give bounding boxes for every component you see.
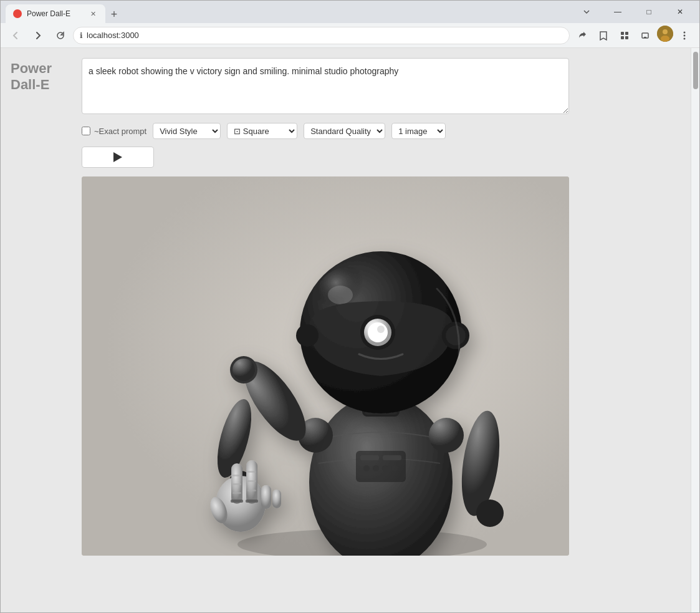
svg-rect-34: [247, 471, 256, 473]
svg-rect-5: [644, 37, 646, 38]
svg-rect-35: [247, 480, 256, 482]
svg-rect-37: [261, 485, 271, 509]
svg-point-48: [368, 322, 388, 342]
svg-point-45: [328, 286, 353, 304]
size-dropdown[interactable]: ⊡ Square ⊞ Landscape ▭ Portrait: [227, 123, 297, 139]
page-content: Power Dall-E a sleek robot showing the v…: [1, 48, 691, 612]
browser-window: Power Dall-E ✕ + — □ ✕ ℹ localhost:300: [0, 0, 700, 613]
menu-button[interactable]: [674, 26, 694, 46]
share-button[interactable]: [572, 26, 592, 46]
svg-point-59: [391, 465, 398, 471]
svg-point-42: [476, 500, 504, 527]
reload-button[interactable]: [50, 26, 70, 46]
address-bar[interactable]: ℹ localhost:3000: [73, 27, 570, 44]
tab-favicon: [13, 9, 22, 18]
svg-rect-30: [233, 475, 241, 476]
window-controls: — □ ✕: [572, 1, 694, 23]
svg-point-8: [661, 36, 669, 42]
tab-title: Power Dall-E: [27, 9, 83, 18]
toolbar: ℹ localhost:3000: [1, 23, 699, 48]
svg-rect-38: [272, 490, 281, 508]
svg-point-57: [373, 465, 379, 471]
toolbar-icons: [572, 26, 694, 46]
exact-prompt-label[interactable]: ~Exact prompt: [82, 127, 146, 136]
svg-point-24: [233, 359, 255, 381]
svg-rect-36: [247, 490, 256, 491]
new-tab-button[interactable]: +: [105, 6, 123, 23]
svg-point-16: [429, 418, 464, 453]
svg-rect-40: [246, 500, 258, 503]
svg-rect-31: [233, 483, 241, 485]
svg-rect-55: [383, 455, 401, 460]
svg-point-49: [377, 326, 385, 333]
cast-button[interactable]: [636, 26, 656, 46]
exact-prompt-checkbox[interactable]: [82, 127, 90, 135]
svg-rect-1: [625, 32, 628, 35]
tab-bar: Power Dall-E ✕ +: [6, 1, 565, 23]
run-button[interactable]: [82, 147, 154, 168]
svg-point-7: [663, 29, 668, 34]
svg-point-58: [382, 465, 388, 471]
svg-rect-32: [233, 492, 241, 494]
svg-point-9: [684, 31, 686, 33]
main-area: a sleek robot showing the v victory sign…: [75, 48, 691, 612]
svg-point-52: [296, 324, 319, 347]
forward-button[interactable]: [28, 26, 48, 46]
profile-avatar[interactable]: [657, 26, 673, 42]
app-title: Power Dall-E: [11, 60, 65, 94]
browser-content: Power Dall-E a sleek robot showing the v…: [1, 48, 699, 612]
url-text: localhost:3000: [87, 31, 139, 40]
count-dropdown[interactable]: 1 image 2 images 3 images 4 images: [391, 123, 446, 139]
controls-row: ~Exact prompt Vivid Style Natural Style …: [82, 123, 678, 139]
play-icon: [113, 152, 122, 162]
svg-rect-54: [360, 455, 379, 460]
maximize-button[interactable]: □: [635, 1, 663, 23]
scrollbar[interactable]: [691, 48, 699, 612]
svg-point-11: [684, 37, 686, 39]
secure-icon: ℹ: [80, 31, 83, 40]
active-tab[interactable]: Power Dall-E ✕: [6, 4, 105, 23]
minimize-button[interactable]: —: [603, 1, 632, 23]
style-dropdown[interactable]: Vivid Style Natural Style: [153, 123, 221, 139]
svg-point-56: [363, 465, 370, 471]
back-button[interactable]: [6, 26, 26, 46]
svg-point-51: [446, 326, 466, 345]
close-button[interactable]: ✕: [666, 1, 694, 23]
svg-rect-3: [625, 36, 628, 39]
sidebar: Power Dall-E: [1, 48, 75, 612]
svg-rect-0: [621, 32, 624, 35]
prompt-textarea[interactable]: a sleek robot showing the v victory sign…: [82, 58, 569, 114]
generated-image-container: [82, 176, 569, 556]
title-bar: Power Dall-E ✕ + — □ ✕: [1, 1, 699, 23]
extensions-button[interactable]: [615, 26, 635, 46]
svg-rect-2: [621, 36, 624, 39]
bookmark-button[interactable]: [593, 26, 613, 46]
scrollbar-thumb[interactable]: [693, 52, 698, 89]
tab-close-button[interactable]: ✕: [88, 9, 98, 19]
svg-rect-39: [231, 500, 243, 503]
tab-search-button[interactable]: [572, 1, 601, 23]
svg-point-10: [684, 34, 686, 36]
quality-dropdown[interactable]: Standard Quality HD Quality: [304, 123, 385, 139]
